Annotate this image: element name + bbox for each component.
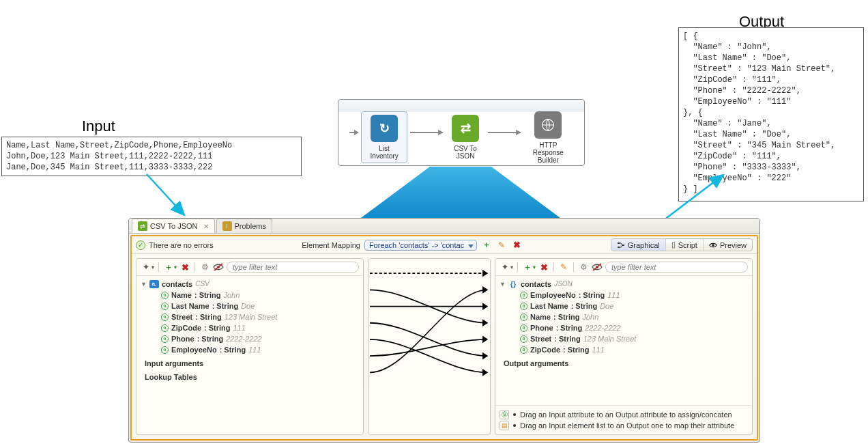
input-filter-field[interactable] xyxy=(227,262,359,273)
attribute-row[interactable]: Name : String John xyxy=(141,290,360,301)
lookup-tables-heading: Lookup Tables xyxy=(141,372,360,382)
delete-button[interactable]: ✖ xyxy=(179,262,190,273)
attribute-row[interactable]: EmployeeNo : String 111 xyxy=(141,344,360,355)
bullet-icon xyxy=(513,424,516,427)
add-button[interactable]: ＋ xyxy=(163,262,174,273)
pipeline-node-list-inventory[interactable]: ↻ List Inventory xyxy=(361,111,408,163)
mapping-lines xyxy=(368,259,490,434)
settings-icon[interactable]: ⚙ xyxy=(199,262,210,273)
attribute-type: : String xyxy=(553,311,580,322)
pipeline-lead-arrow xyxy=(349,132,358,133)
wand-icon[interactable]: ✦ xyxy=(141,262,151,273)
attribute-sample: Doe xyxy=(600,301,613,311)
attribute-sample: 111 xyxy=(607,290,620,301)
input-csv-box: Name,Last Name,Street,ZipCode,Phone,Empl… xyxy=(1,137,302,176)
bullet-icon xyxy=(513,413,516,416)
input-heading: Input xyxy=(82,117,115,135)
add-button[interactable]: ＋ xyxy=(522,262,533,273)
mapping-combo[interactable]: Foreach 'contacts' -> 'contac xyxy=(364,240,477,251)
root-format: CSV xyxy=(195,279,209,290)
hint-text: Drag an Input attribute to an Output att… xyxy=(520,410,732,419)
mapping-label: Element Mapping xyxy=(302,241,360,249)
list-inventory-icon: ↻ xyxy=(371,115,398,142)
output-root[interactable]: ▼ {} contacts JSON xyxy=(500,279,749,290)
input-tree[interactable]: ▼ a, contacts CSV Name : String JohnLast… xyxy=(136,276,363,387)
status-text: There are no errors xyxy=(149,241,214,249)
view-preview[interactable]: Preview xyxy=(704,239,752,251)
attribute-row[interactable]: Name : String John xyxy=(500,311,749,322)
output-pane-toolbar: ✦▾ ＋▾ ✖ ✎ ⚙ xyxy=(495,259,752,276)
attribute-row[interactable]: Street : String 123 Main Street xyxy=(500,333,749,344)
output-json-box: [ { "Name" : "John", "Last Name" : "Doe"… xyxy=(678,27,864,201)
svg-rect-5 xyxy=(618,247,620,248)
attribute-name: EmployeeNo xyxy=(530,290,576,301)
tab-csv-to-json[interactable]: ⇄ CSV To JSON ✕ xyxy=(132,219,215,233)
attribute-sample: 2222-2222 xyxy=(585,322,621,333)
view-script[interactable]: ▯ Script xyxy=(666,239,704,251)
attribute-row[interactable]: Last Name : String Doe xyxy=(500,301,749,311)
attribute-row[interactable]: Last Name : String Doe xyxy=(141,301,360,311)
input-root[interactable]: ▼ a, contacts CSV xyxy=(141,279,360,290)
tab-problems[interactable]: ! Problems xyxy=(216,219,272,233)
collapse-icon[interactable]: ▼ xyxy=(141,279,147,290)
wand-icon[interactable]: ✦ xyxy=(500,262,510,273)
edit-button[interactable]: ✎ xyxy=(558,262,569,273)
collapse-icon[interactable]: ▼ xyxy=(500,279,506,290)
view-label: Script xyxy=(678,241,697,249)
delete-mapping-button[interactable]: ✖ xyxy=(511,240,522,251)
hints-footer: ⓐ Drag an Input attribute to an Output a… xyxy=(495,405,752,434)
add-mapping-button[interactable]: ＋ xyxy=(481,240,492,251)
script-icon: ▯ xyxy=(671,240,676,249)
attribute-row[interactable]: Phone : String 2222-2222 xyxy=(500,322,749,333)
output-filter-field[interactable] xyxy=(605,262,748,273)
attribute-row[interactable]: Phone : String 2222-2222 xyxy=(141,333,360,344)
svg-marker-1 xyxy=(358,167,563,220)
toggle-visibility-icon[interactable] xyxy=(592,262,603,273)
attribute-type: : String xyxy=(194,290,221,301)
attribute-sample: 111 xyxy=(233,322,246,333)
input-pane-toolbar: ✦▾ ＋▾ ✖ ⚙ xyxy=(136,259,363,276)
attribute-sample: 111 xyxy=(592,344,605,355)
attribute-icon xyxy=(161,313,169,321)
view-graphical[interactable]: Graphical xyxy=(611,239,666,251)
mapping-pane xyxy=(368,258,491,435)
attribute-icon xyxy=(161,346,169,354)
attribute-icon xyxy=(520,346,527,354)
attribute-row[interactable]: EmployeeNo : String 111 xyxy=(500,290,749,301)
attribute-row[interactable]: ZipCode : String 111 xyxy=(500,344,749,355)
attribute-icon xyxy=(520,303,527,310)
attribute-name: Name xyxy=(530,311,551,322)
attribute-name: Last Name xyxy=(171,301,209,311)
hint-row: ▤ Drag an Input element list to an Outpu… xyxy=(500,421,748,430)
attribute-icon xyxy=(520,335,527,343)
hint-row: ⓐ Drag an Input attribute to an Output a… xyxy=(500,410,748,419)
delete-button[interactable]: ✖ xyxy=(538,262,549,273)
pipeline-node-csv-to-json[interactable]: ⇄ CSV To JSON xyxy=(446,115,485,160)
attribute-row[interactable]: Street : String 123 Main Street xyxy=(141,311,360,322)
edit-mapping-button[interactable]: ✎ xyxy=(496,240,507,251)
toggle-visibility-icon[interactable] xyxy=(213,262,224,273)
attribute-icon xyxy=(161,292,169,299)
graphical-icon xyxy=(617,241,625,249)
attribute-type: : String xyxy=(212,301,239,311)
attribute-sample: Doe xyxy=(241,301,255,311)
settings-icon[interactable]: ⚙ xyxy=(578,262,589,273)
attribute-row[interactable]: ZipCode : String 111 xyxy=(141,322,360,333)
attribute-sample: 123 Main Street xyxy=(583,333,637,344)
eye-icon xyxy=(709,241,717,249)
svg-rect-4 xyxy=(618,242,620,244)
root-name: contacts xyxy=(162,279,192,290)
hint-list-icon: ▤ xyxy=(500,421,509,430)
view-label: Preview xyxy=(720,241,747,249)
attribute-icon xyxy=(520,324,527,332)
pipeline-node-http-response-builder[interactable]: HTTP Response Builder xyxy=(523,111,573,164)
hint-attr-icon: ⓐ xyxy=(500,410,509,419)
http-response-icon xyxy=(534,111,562,139)
tab-label: CSV To JSON xyxy=(150,222,198,230)
output-tree[interactable]: ▼ {} contacts JSON EmployeeNo : String 1… xyxy=(495,276,752,405)
pipeline-node-label: HTTP Response Builder xyxy=(523,141,573,164)
attribute-type: : String xyxy=(563,344,590,355)
attribute-name: ZipCode xyxy=(530,344,560,355)
attribute-type: : String xyxy=(556,322,583,333)
close-icon[interactable]: ✕ xyxy=(203,223,209,230)
